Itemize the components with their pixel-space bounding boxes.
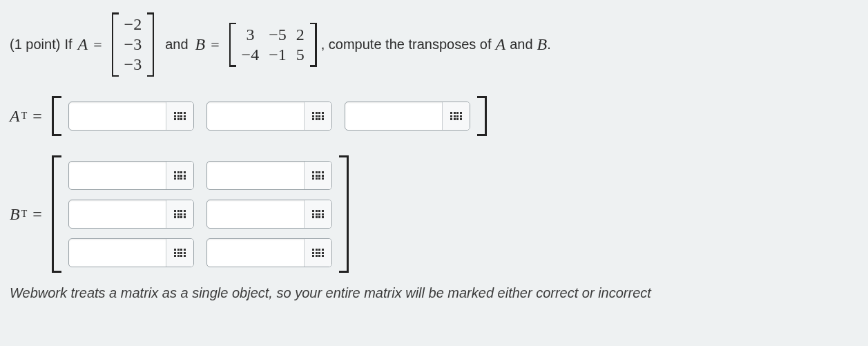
matrix-B-cell: 5 [296,46,305,64]
period: . [547,37,551,52]
var-B: B [195,35,206,54]
keypad-icon [312,112,324,120]
var-B-2: B [537,35,548,54]
AT-input-cell [345,102,470,131]
bracket-right-icon [310,23,317,67]
keypad-button[interactable] [304,200,331,228]
matrix-B-cell: 2 [296,26,305,44]
keypad-button[interactable] [166,102,193,130]
var-A-2: A [496,35,506,54]
matrix-B: 3 −5 2 −4 −1 5 [229,23,317,67]
equals-1: = [93,36,102,54]
matrix-B-cell: −4 [242,46,260,64]
BT-input-cell [206,161,332,190]
transpose-superscript: T [21,209,28,220]
BT-input-cell [68,200,194,229]
BT-input-3-1[interactable] [69,239,166,267]
keypad-button[interactable] [304,162,331,189]
answer-AT-row: AT = [10,96,858,136]
keypad-button[interactable] [442,102,470,130]
bracket-right-icon [339,155,349,273]
keypad-button[interactable] [166,200,193,228]
footer-note: Webwork treats a matrix as a single obje… [10,285,858,301]
BT-input-2-2[interactable] [207,200,304,228]
keypad-icon [450,112,462,120]
AT-base: A [10,107,20,126]
keypad-icon [174,210,186,218]
var-A: A [78,35,88,54]
equals-AT: = [32,107,42,126]
matrix-A-cell: −2 [124,15,142,34]
bracket-right-icon [477,96,487,136]
AT-label: AT = [10,107,48,126]
bracket-right-icon [147,12,154,77]
equals-2: = [211,36,219,54]
BT-input-cell [68,161,194,190]
bracket-left-icon [52,155,61,273]
AT-answer-matrix [52,96,487,136]
BT-label: BT = [10,205,48,224]
keypad-icon [174,171,186,180]
equals-BT: = [32,205,42,224]
if-text: If [64,37,72,52]
AT-input-3[interactable] [345,102,442,130]
instruction-tail: , compute the transposes of [321,37,492,52]
matrix-B-cell: −1 [269,46,287,64]
BT-input-cell [206,238,332,267]
AT-input-cell [68,102,194,131]
BT-input-cell [68,238,194,267]
matrix-B-cell: 3 [246,26,254,44]
keypad-button[interactable] [166,162,193,189]
points-label: (1 point) [10,37,60,52]
matrix-B-cell: −5 [269,26,287,44]
BT-input-1-1[interactable] [69,162,166,189]
AT-input-cell [206,102,332,131]
BT-input-1-2[interactable] [207,162,304,189]
bracket-left-icon [52,96,61,136]
matrix-A-cell: −3 [124,55,142,74]
answer-BT-row: BT = [10,155,858,273]
BT-input-3-2[interactable] [207,239,304,267]
transpose-superscript: T [21,110,28,122]
keypad-button[interactable] [304,239,331,267]
keypad-icon [312,249,324,257]
keypad-icon [174,112,186,120]
matrix-A-cell: −3 [124,35,142,54]
BT-answer-matrix [52,155,349,273]
problem-page: (1 point) If A = −2 −3 −3 and B = 3 −5 [0,0,868,301]
bracket-left-icon [229,23,236,67]
matrix-A: −2 −3 −3 [112,12,155,77]
problem-statement: (1 point) If A = −2 −3 −3 and B = 3 −5 [10,12,858,77]
AT-input-1[interactable] [69,102,166,130]
keypad-button[interactable] [304,102,331,130]
instruction-and: and [510,37,532,52]
keypad-icon [174,249,186,257]
keypad-button[interactable] [166,239,193,267]
BT-base: B [10,205,20,224]
BT-input-cell [206,200,332,229]
keypad-icon [312,210,324,218]
and-text: and [165,37,188,52]
BT-input-2-1[interactable] [69,200,166,228]
bracket-left-icon [112,12,119,77]
keypad-icon [312,171,324,180]
AT-input-2[interactable] [207,102,304,130]
